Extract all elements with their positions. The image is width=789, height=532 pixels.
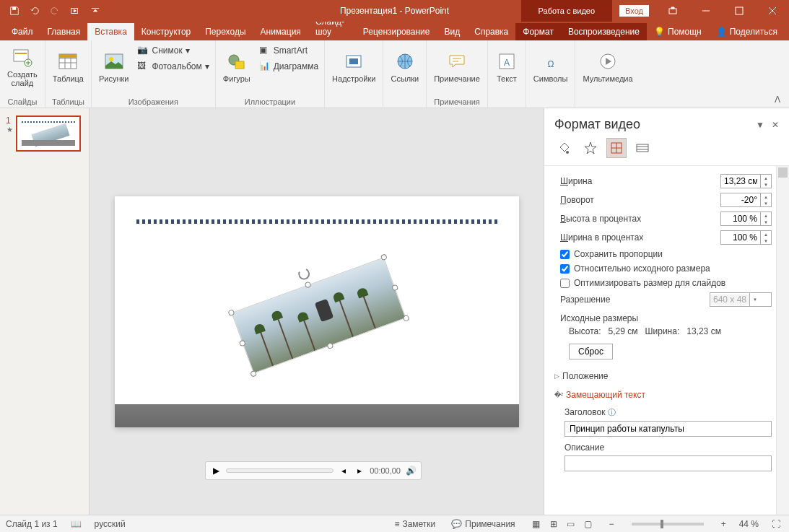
sorter-view-icon[interactable]: ⊞ — [546, 518, 562, 531]
tab-help[interactable]: Справка — [467, 23, 515, 40]
zoom-in-icon[interactable]: + — [718, 519, 729, 529]
qat-customize-icon[interactable] — [87, 2, 104, 19]
slideshow-view-icon[interactable]: ▢ — [580, 518, 596, 531]
tab-insert[interactable]: Вставка — [87, 23, 134, 40]
ribbon-tabs: Файл Главная Вставка Конструктор Переход… — [0, 22, 789, 40]
group-illustrations: Фигуры ▣SmartArt 📊Диаграмма Иллюстрации — [216, 40, 325, 108]
reset-button[interactable]: Сброс — [569, 344, 613, 359]
svg-rect-14 — [349, 58, 358, 64]
undo-icon[interactable] — [26, 2, 43, 19]
fit-to-window-icon[interactable]: ⛶ — [769, 519, 783, 529]
pane-options-icon[interactable]: ▼ — [756, 120, 764, 130]
reading-view-icon[interactable]: ▭ — [563, 518, 579, 531]
pictures-icon — [103, 50, 126, 73]
video-seek-track[interactable] — [226, 468, 334, 473]
svg-point-10 — [109, 57, 113, 61]
zoom-slider[interactable] — [632, 523, 704, 526]
width-spinner[interactable]: ▲▼ — [720, 174, 772, 188]
normal-view-icon[interactable]: ▦ — [528, 518, 544, 531]
pane-tab-effects[interactable] — [580, 138, 601, 158]
tab-animations[interactable]: Анимация — [253, 23, 308, 40]
best-scale-checkbox[interactable] — [560, 279, 570, 288]
addins-button[interactable]: Надстройки — [328, 42, 380, 91]
photo-album-button[interactable]: 🖼Фотоальбом▾ — [134, 59, 212, 74]
svg-text:Ω: Ω — [547, 59, 554, 69]
play-icon[interactable]: ▶ — [210, 465, 222, 476]
tab-file[interactable]: Файл — [4, 23, 40, 40]
symbols-button[interactable]: Ω Символы — [529, 42, 572, 91]
tab-review[interactable]: Рецензирование — [356, 23, 437, 40]
scale-width-spinner[interactable]: ▲▼ — [720, 230, 772, 245]
width-label: Ширина — [560, 176, 592, 186]
language-indicator[interactable]: русский — [95, 519, 126, 529]
pane-scrollbar[interactable] — [776, 166, 789, 515]
slide-counter[interactable]: Слайд 1 из 1 — [6, 519, 58, 529]
pane-close-icon[interactable]: ✕ — [772, 120, 779, 130]
section-alt-text[interactable]: �² Замещающий текст — [554, 385, 786, 404]
comment-button[interactable]: Примечание — [430, 42, 484, 91]
tab-share[interactable]: 👤Поделиться — [709, 23, 785, 40]
tab-view[interactable]: Вид — [437, 23, 468, 40]
video-frame — [231, 257, 406, 374]
video-time: 00:00,00 — [370, 466, 401, 475]
sign-in-button[interactable]: Вход — [619, 5, 649, 17]
shapes-icon — [225, 50, 248, 73]
screenshot-button[interactable]: 📷Снимок▾ — [134, 43, 212, 58]
shapes-button[interactable]: Фигуры — [219, 42, 255, 91]
slide-thumbnail[interactable]: 1 ★ — [6, 115, 83, 152]
minimize-icon[interactable] — [689, 0, 723, 22]
ribbon: Создать слайд Слайды Таблица Таблицы Рис… — [0, 40, 789, 108]
scale-height-spinner[interactable]: ▲▼ — [720, 212, 772, 226]
pane-tab-size[interactable] — [606, 138, 627, 158]
step-forward-icon[interactable]: ▸ — [354, 465, 365, 476]
tab-design[interactable]: Конструктор — [134, 23, 198, 40]
rotation-spinner[interactable]: ▲▼ — [720, 193, 772, 207]
group-slides: Создать слайд Слайды — [0, 40, 45, 108]
pictures-button[interactable]: Рисунки — [95, 42, 134, 91]
alt-description-input[interactable] — [564, 455, 772, 471]
step-back-icon[interactable]: ◂ — [338, 465, 349, 476]
video-playback-controls: ▶ ◂ ▸ 00:00,00 🔊 — [205, 461, 422, 480]
media-button[interactable]: Мультимедиа — [578, 42, 637, 91]
section-position[interactable]: ▷Положение — [554, 367, 786, 385]
start-from-beginning-icon[interactable] — [66, 2, 84, 19]
collapse-ribbon-icon[interactable]: ᐱ — [775, 95, 786, 106]
new-slide-button[interactable]: Создать слайд — [3, 42, 42, 91]
tab-home[interactable]: Главная — [40, 23, 88, 40]
info-icon[interactable]: ⓘ — [608, 408, 616, 417]
comments-button[interactable]: 💬 Примечания — [448, 519, 518, 529]
tab-playback[interactable]: Воспроизведение — [561, 23, 647, 40]
ribbon-options-icon[interactable] — [656, 0, 689, 22]
notes-button[interactable]: ≡ Заметки — [391, 519, 438, 529]
lock-aspect-checkbox[interactable] — [560, 250, 570, 259]
slide-footer-bar — [115, 404, 519, 427]
pane-body: Ширина ▲▼ Поворот ▲▼ Высота в процентах … — [544, 166, 789, 515]
contextual-tab-label: Работа с видео — [521, 0, 613, 22]
redo-icon[interactable] — [46, 2, 64, 19]
zoom-out-icon[interactable]: − — [606, 519, 617, 529]
spell-check-icon[interactable]: 📖 — [68, 519, 84, 529]
save-icon[interactable] — [6, 2, 23, 19]
slide-editor[interactable]: ▶ ◂ ▸ 00:00,00 🔊 — [90, 108, 544, 515]
table-button[interactable]: Таблица — [48, 42, 88, 91]
video-object[interactable] — [231, 257, 406, 374]
tab-tell-me[interactable]: 💡Помощн — [647, 23, 709, 40]
tab-transitions[interactable]: Переходы — [198, 23, 253, 40]
pane-tab-fill[interactable] — [554, 138, 575, 158]
relative-original-checkbox[interactable] — [560, 264, 570, 274]
svg-rect-21 — [637, 144, 648, 152]
volume-icon[interactable]: 🔊 — [405, 465, 417, 476]
title-placeholder[interactable] — [136, 219, 497, 224]
text-button[interactable]: A Текст — [491, 42, 523, 91]
alt-title-input[interactable] — [564, 421, 772, 437]
group-tables: Таблица Таблицы — [45, 40, 92, 108]
close-icon[interactable] — [756, 0, 789, 22]
maximize-icon[interactable] — [723, 0, 756, 22]
chart-button[interactable]: 📊Диаграмма — [256, 59, 321, 74]
tab-format[interactable]: Формат — [515, 23, 561, 40]
zoom-level[interactable]: 44 % — [739, 519, 759, 529]
pane-tab-video[interactable] — [632, 138, 653, 158]
links-button[interactable]: Ссылки — [386, 42, 423, 91]
rotate-handle[interactable] — [296, 266, 311, 282]
smartart-button[interactable]: ▣SmartArt — [256, 43, 321, 58]
